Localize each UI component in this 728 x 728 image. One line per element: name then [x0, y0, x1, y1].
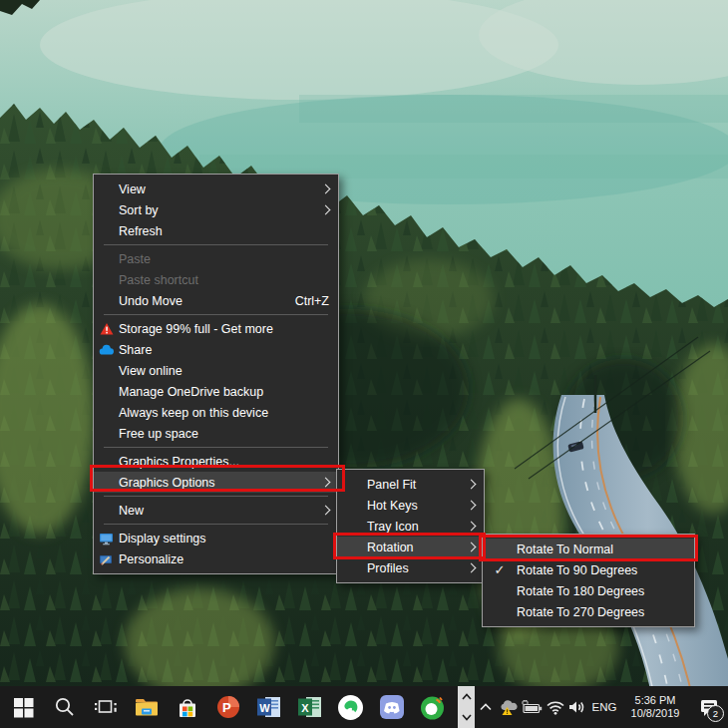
- submenu-item-rotate-90[interactable]: ✓Rotate To 90 Degrees: [483, 559, 694, 580]
- action-center-button[interactable]: 2: [690, 686, 728, 728]
- menu-item-graphics-options[interactable]: Graphics Options: [94, 472, 338, 493]
- submenu-item-rotate-normal[interactable]: Rotate To Normal: [483, 539, 694, 559]
- microsoft-store-icon: [175, 695, 200, 719]
- menu-item-paste-shortcut: Paste shortcut: [94, 269, 338, 290]
- menu-item-new[interactable]: New: [94, 500, 338, 521]
- graphics-options-submenu: Panel Fit Hot Keys Tray Icon Rotation Pr…: [336, 469, 485, 583]
- excel-button[interactable]: X: [289, 686, 330, 728]
- submenu-chevron-icon: [321, 506, 331, 516]
- battery-tray-icon[interactable]: [521, 686, 545, 728]
- language-indicator[interactable]: ENG: [588, 701, 620, 713]
- word-icon: W: [256, 694, 282, 720]
- start-button[interactable]: [3, 686, 44, 728]
- task-view-button[interactable]: [85, 686, 126, 728]
- coccoc-browser-button[interactable]: [412, 686, 453, 728]
- onedrive-cloud-icon: [99, 344, 114, 356]
- submenu-chevron-icon: [321, 205, 331, 215]
- menu-item-paste: Paste: [94, 248, 338, 269]
- menu-item-view-online[interactable]: View online: [94, 360, 338, 381]
- cloud-warning-icon: [498, 699, 520, 716]
- excel-icon: X: [297, 694, 323, 720]
- speaker-icon: [567, 699, 587, 715]
- submenu-item-panel-fit[interactable]: Panel Fit: [337, 474, 484, 495]
- discord-icon: [379, 694, 405, 720]
- menu-item-share[interactable]: Share: [94, 339, 338, 360]
- taskbar: P W X ENG 5:36 PM 10/8/2019 2: [0, 686, 728, 728]
- menu-item-display-settings[interactable]: Display settings: [94, 528, 338, 548]
- wifi-icon: [546, 699, 565, 715]
- menu-item-free-up-space[interactable]: Free up space: [94, 423, 338, 444]
- menu-separator: [104, 314, 328, 315]
- evernote-button[interactable]: [330, 686, 371, 728]
- taskbar-clock[interactable]: 5:36 PM 10/8/2019: [620, 694, 690, 720]
- svg-text:W: W: [259, 702, 270, 714]
- tray-scroll[interactable]: [458, 686, 475, 728]
- warning-icon: [100, 322, 114, 336]
- menu-item-always-keep-on-device[interactable]: Always keep on this device: [94, 402, 338, 423]
- desktop-context-menu: View Sort by Refresh Paste Paste shortcu…: [93, 174, 339, 574]
- search-button[interactable]: [44, 686, 85, 728]
- submenu-item-rotation[interactable]: Rotation: [337, 537, 484, 557]
- menu-item-view[interactable]: View: [94, 179, 338, 199]
- clock-time: 5:36 PM: [620, 694, 690, 707]
- notification-badge: 2: [707, 705, 724, 722]
- menu-item-storage-full[interactable]: Storage 99% full - Get more: [94, 318, 338, 339]
- submenu-chevron-icon: [467, 480, 477, 490]
- checkmark-icon: ✓: [495, 562, 506, 577]
- word-button[interactable]: W: [248, 686, 289, 728]
- submenu-item-rotate-180[interactable]: Rotate To 180 Degrees: [483, 580, 694, 601]
- display-settings-icon: [99, 532, 114, 546]
- windows-logo-icon: [13, 697, 34, 718]
- svg-text:X: X: [301, 702, 309, 714]
- microsoft-store-button[interactable]: [167, 686, 207, 728]
- submenu-item-hot-keys[interactable]: Hot Keys: [337, 495, 484, 516]
- submenu-chevron-icon: [467, 501, 477, 511]
- submenu-chevron-icon: [467, 522, 477, 532]
- wifi-tray-icon[interactable]: [545, 686, 566, 728]
- scroll-down-icon[interactable]: [461, 713, 473, 722]
- submenu-chevron-icon: [321, 184, 331, 194]
- menu-separator: [104, 496, 328, 497]
- svg-text:P: P: [222, 700, 231, 715]
- menu-separator: [104, 447, 328, 448]
- onedrive-tray-icon[interactable]: [497, 686, 521, 728]
- search-icon: [54, 696, 76, 718]
- submenu-item-rotate-270[interactable]: Rotate To 270 Degrees: [483, 601, 694, 622]
- personalize-icon: [99, 552, 114, 566]
- task-view-icon: [94, 697, 118, 717]
- coccoc-browser-icon: [419, 694, 446, 721]
- discord-button[interactable]: [371, 686, 412, 728]
- menu-item-refresh[interactable]: Refresh: [94, 220, 338, 241]
- submenu-chevron-icon: [467, 543, 477, 552]
- menu-item-graphics-properties[interactable]: Graphics Properties...: [94, 451, 338, 472]
- powerpoint-button[interactable]: P: [207, 686, 248, 728]
- clock-date: 10/8/2019: [620, 707, 690, 720]
- chevron-up-icon: [479, 701, 493, 713]
- submenu-chevron-icon: [321, 478, 331, 488]
- submenu-chevron-icon: [467, 563, 477, 573]
- accelerator-label: Ctrl+Z: [295, 294, 329, 308]
- menu-item-undo-move[interactable]: Undo MoveCtrl+Z: [94, 290, 338, 311]
- show-hidden-icons-button[interactable]: [475, 686, 497, 728]
- submenu-item-tray-icon[interactable]: Tray Icon: [337, 516, 484, 537]
- evernote-icon: [337, 694, 364, 721]
- menu-separator: [104, 244, 328, 245]
- battery-plug-icon: [522, 700, 544, 715]
- scroll-up-icon[interactable]: [461, 692, 473, 701]
- menu-item-personalize[interactable]: Personalize: [94, 548, 338, 569]
- menu-item-sort-by[interactable]: Sort by: [94, 199, 338, 220]
- submenu-item-profiles[interactable]: Profiles: [337, 557, 484, 578]
- file-explorer-icon: [134, 696, 160, 718]
- desktop[interactable]: { "colors": { "annotation_red": "#e01010…: [0, 0, 728, 728]
- file-explorer-button[interactable]: [126, 686, 167, 728]
- powerpoint-icon: P: [215, 694, 241, 720]
- rotation-submenu: Rotate To Normal ✓Rotate To 90 Degrees R…: [482, 534, 695, 627]
- menu-separator: [104, 524, 328, 525]
- volume-tray-icon[interactable]: [566, 686, 588, 728]
- menu-item-manage-onedrive-backup[interactable]: Manage OneDrive backup: [94, 381, 338, 402]
